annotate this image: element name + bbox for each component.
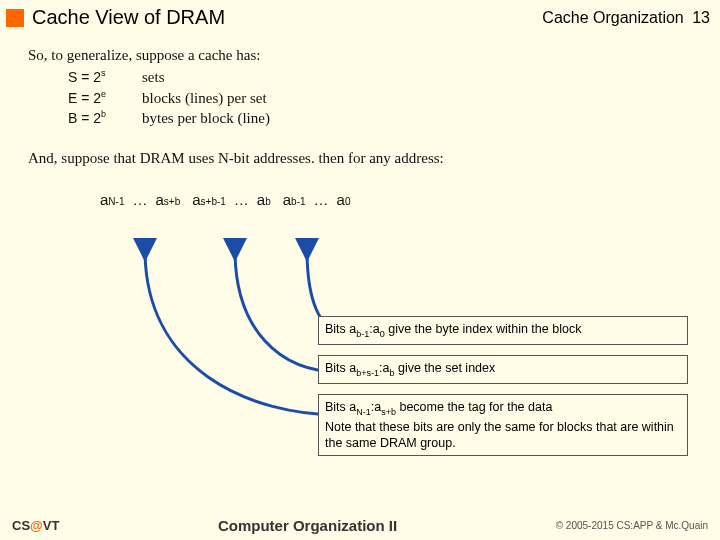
section-name: Cache Organization [542,9,683,26]
param-lhs: S = 2s [68,67,128,87]
explanation-box: Bits aN-1:as+b become the tag for the da… [318,394,688,456]
explanation-note: Note that these bits are only the same f… [325,420,674,450]
ellipsis: … [128,190,151,210]
slide-content: So, to generalize, suppose a cache has: … [0,35,720,211]
footer-center: Computer Organization II [218,517,397,534]
and-line: And, suppose that DRAM uses N-bit addres… [28,148,692,168]
footer-right: © 2005-2015 CS:APP & Mc.Quain [556,520,708,531]
explanation-box: Bits ab-1:a0 give the byte index within … [318,316,688,345]
param-lhs: B = 2b [68,108,128,128]
page-number: 13 [692,9,710,26]
intro-text: So, to generalize, suppose a cache has: [28,45,692,65]
params-list: S = 2s sets E = 2e blocks (lines) per se… [68,67,692,128]
slide-title: Cache View of DRAM [32,6,542,29]
accent-square-icon [6,9,24,27]
ellipsis: … [230,190,253,210]
bit-group: a0 [337,190,351,210]
section-label: Cache Organization 13 [542,9,710,27]
ellipsis: … [310,190,333,210]
param-row: E = 2e blocks (lines) per set [68,88,692,108]
param-desc: bytes per block (line) [142,108,270,128]
explanation-box: Bits ab+s-1:ab give the set index [318,355,688,384]
param-row: B = 2b bytes per block (line) [68,108,692,128]
param-lhs: E = 2e [68,88,128,108]
param-desc: blocks (lines) per set [142,88,267,108]
bit-group: ab [257,190,271,210]
bit-group: as+b [155,190,180,210]
slide-header: Cache View of DRAM Cache Organization 13 [0,0,720,35]
param-desc: sets [142,67,165,87]
param-row: S = 2s sets [68,67,692,87]
bit-group: ab-1 [283,190,306,210]
address-bits: aN-1 … as+b as+b-1 … ab ab-1 … a0 [100,190,692,210]
bit-group: as+b-1 [192,190,226,210]
explanation-boxes: Bits ab-1:a0 give the byte index within … [318,316,688,466]
bit-group: aN-1 [100,190,124,210]
slide-footer: CS@VT Computer Organization II © 2005-20… [0,517,720,534]
footer-left: CS@VT [12,518,59,533]
